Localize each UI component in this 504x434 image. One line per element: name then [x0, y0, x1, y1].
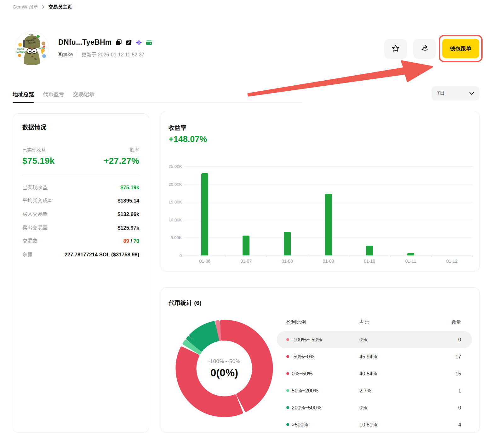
- count-value: 15: [455, 371, 461, 377]
- x-handle: gake: [62, 52, 73, 57]
- profit-range-label: 50%~200%: [292, 388, 318, 394]
- stats-row-label: 卖出交易量: [22, 225, 48, 231]
- profit-range-label: 0%~50%: [292, 371, 313, 377]
- divider: [77, 52, 77, 58]
- legend-dot-icon: [286, 389, 289, 392]
- stats-row: 余额227.78177214 SOL ($31758.98): [22, 248, 139, 261]
- favorite-button[interactable]: [384, 39, 407, 59]
- x-axis-tick: 01-12: [438, 259, 466, 264]
- stats-row: 买入交易量$132.66k: [22, 208, 139, 221]
- trader-subinfo-row: X gake 更新于 2026-01-12 11:52:37: [58, 52, 144, 58]
- col-count: 数量: [451, 319, 461, 326]
- share-value: 0%: [359, 337, 367, 343]
- col-profit-ratio: 盈利比例: [286, 319, 306, 326]
- legend-dot-icon: [286, 355, 289, 358]
- breadcrumb: GemW 跟单 交易员主页: [13, 4, 72, 10]
- token-stats-row[interactable]: 50%~200%2.7%1: [277, 382, 472, 399]
- realized-profit-value: $75.19k: [22, 156, 55, 166]
- stats-row-value: $125.97k: [117, 225, 139, 231]
- primary-stats: 已实现收益 $75.19k 胜率 +27.27%: [22, 147, 139, 166]
- token-stats-row[interactable]: 0%~50%40.54%15: [277, 365, 472, 382]
- stats-row-label: 余额: [22, 251, 32, 258]
- share-value: 0%: [359, 405, 367, 411]
- stats-row: 交易数89 / 70: [22, 234, 139, 248]
- trader-profile-page: GemW 跟单 交易员主页 GAKE CANDLE! HODL! 100M: [0, 0, 504, 434]
- winrate-value: +27.27%: [104, 156, 139, 166]
- tab-address-overview[interactable]: 地址总览: [13, 89, 34, 102]
- pnl-chart-card: 收益率 +148.07% 25.00K20.00K15.00K10.00K5.0…: [161, 111, 480, 271]
- token-stats-row[interactable]: 200%~500%0%0: [277, 399, 472, 416]
- x-profile-link[interactable]: X gake: [58, 52, 73, 58]
- count-value: 0: [458, 337, 461, 343]
- realized-profit-label: 已实现收益: [22, 147, 55, 153]
- x-axis-tick: 01-10: [355, 259, 384, 264]
- tab-trade-history[interactable]: 交易记录: [73, 89, 94, 102]
- trader-name: DNfu...TyeBHm: [58, 38, 112, 47]
- stats-rows: 已实现收益$75.19k平均买入成本$1895.14买入交易量$132.66k卖…: [22, 181, 139, 261]
- y-axis-tick: 25.00K: [169, 164, 182, 169]
- bar-01-10[interactable]: [366, 246, 373, 255]
- share-button[interactable]: [413, 39, 436, 59]
- x-logo-icon: X: [58, 52, 62, 57]
- count-value: 0: [458, 405, 461, 411]
- token-stats-row[interactable]: -100%~-50%0%0: [277, 331, 472, 348]
- axis-tick-mark: [349, 255, 349, 257]
- stats-row-value: $1895.14: [117, 198, 139, 204]
- trader-name-row: DNfu...TyeBHm: [58, 38, 152, 47]
- token-table-header: 盈利比例 占比 数量: [277, 318, 472, 327]
- stats-row: 平均买入成本$1895.14: [22, 194, 139, 208]
- breadcrumb-root-link[interactable]: GemW 跟单: [13, 4, 38, 10]
- share-value: 2.7%: [359, 388, 371, 394]
- axis-tick-mark: [472, 255, 473, 257]
- wallet-icon[interactable]: [146, 39, 152, 46]
- gridline: [184, 166, 472, 167]
- x-axis-tick: 01-08: [273, 259, 301, 264]
- annotation-highlight-frame: 钱包跟单: [439, 35, 483, 62]
- bar-01-07[interactable]: [243, 236, 249, 255]
- chevron-down-icon: [469, 91, 474, 96]
- token-stats-row[interactable]: >500%10.81%4: [277, 416, 472, 433]
- legend-dot-icon: [286, 423, 289, 426]
- share-value: 45.94%: [359, 354, 377, 360]
- token-stats-title: 代币统计 (6): [169, 299, 472, 307]
- count-value: 17: [455, 354, 461, 360]
- count-value: 4: [458, 422, 461, 428]
- updated-timestamp: 更新于 2026-01-12 11:52:37: [81, 52, 144, 58]
- stats-row-value: 227.78177214 SOL ($31758.98): [65, 252, 139, 258]
- bar-01-09[interactable]: [325, 194, 332, 255]
- bar-01-06[interactable]: [201, 173, 208, 255]
- pnl-bar-chart: 25.00K20.00K15.00K10.00K5.00K001-0601-07…: [169, 166, 472, 255]
- token-stats-card: 代币统计 (6) -100%~-50% 0(0%) 盈利比例 占比 数量 -10…: [161, 287, 480, 433]
- diamond-badge-icon[interactable]: [136, 39, 142, 46]
- y-axis-tick: 0: [169, 253, 182, 258]
- token-stats-table: 盈利比例 占比 数量 -100%~-50%0%0-50%~0%45.94%170…: [277, 318, 472, 433]
- donut-segment-0%~50%[interactable]: [177, 348, 242, 416]
- breadcrumb-current: 交易员主页: [49, 4, 72, 10]
- divider: [22, 176, 139, 176]
- profit-range-label: -100%~-50%: [292, 337, 322, 343]
- stats-row-value: $75.19k: [120, 185, 139, 191]
- period-select[interactable]: 7日: [432, 86, 479, 100]
- col-share: 占比: [359, 319, 369, 326]
- bar-01-11[interactable]: [407, 253, 414, 255]
- x-axis-tick: 01-11: [397, 259, 425, 264]
- bar-01-08[interactable]: [284, 232, 291, 255]
- axis-tick-mark: [266, 255, 267, 257]
- profit-range-label: 200%~500%: [292, 405, 321, 411]
- tab-token-pnl[interactable]: 代币盈亏: [43, 89, 64, 102]
- axis-tick-mark: [431, 255, 432, 257]
- star-icon: [392, 44, 400, 54]
- stats-row-label: 平均买入成本: [22, 197, 53, 204]
- profit-range-label: -50%~0%: [292, 354, 314, 360]
- gridline: [184, 184, 472, 185]
- legend-dot-icon: [286, 372, 289, 375]
- legend-dot-icon: [286, 406, 289, 409]
- count-value: 1: [458, 388, 461, 394]
- edit-note-icon[interactable]: [126, 39, 132, 46]
- profile-tabs: 地址总览代币盈亏交易记录: [13, 89, 302, 103]
- wallet-follow-button[interactable]: 钱包跟单: [442, 39, 479, 58]
- copy-address-icon[interactable]: [116, 39, 122, 46]
- y-axis-tick: 20.00K: [169, 182, 182, 186]
- token-stats-row[interactable]: -50%~0%45.94%17: [277, 348, 472, 365]
- share-value: 40.54%: [359, 371, 377, 377]
